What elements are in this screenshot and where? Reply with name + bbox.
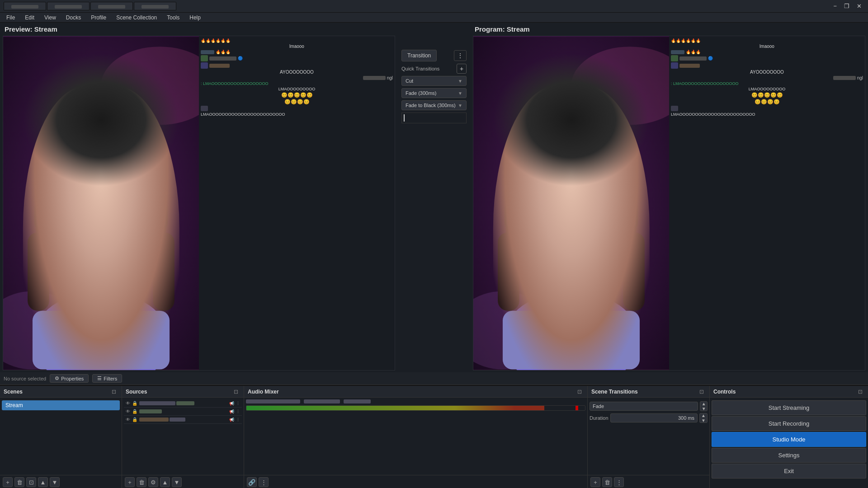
cut-arrow-icon: ▼ [458, 79, 462, 84]
fade-black-dropdown[interactable]: Fade to Black (300ms) ▼ [401, 100, 467, 110]
scenes-add-button[interactable]: + [3, 477, 13, 487]
settings-button[interactable]: Settings [712, 448, 866, 463]
audio-track-names [246, 399, 585, 404]
scenes-delete-button[interactable]: 🗑 [14, 477, 24, 487]
transition-button[interactable]: Transition [401, 50, 437, 61]
svg-point-39 [547, 223, 552, 229]
sources-delete-button[interactable]: 🗑 [137, 477, 146, 487]
restore-button[interactable]: ❐ [841, 2, 852, 11]
svg-point-10 [137, 174, 167, 262]
audio-mixer-expand-button[interactable]: ⊡ [576, 388, 584, 396]
audio-track-name-1 [246, 399, 300, 404]
cut-dropdown[interactable]: Cut ▼ [401, 76, 467, 86]
audio-link-button[interactable]: 🔗 [247, 477, 257, 487]
preview-canvas[interactable]: 🔥🔥🔥🔥🔥🔥 lmaooo 🔥🔥🔥 🔵 [3, 36, 395, 371]
sources-panel-title: Sources [126, 389, 147, 395]
chat-lmaooo: lmaooo [201, 44, 393, 49]
transition-menu-button[interactable]: ⋮ [454, 50, 467, 61]
source-visible-icon-2[interactable]: 👁 [126, 409, 130, 414]
preview-chat: 🔥🔥🔥🔥🔥🔥 lmaooo 🔥🔥🔥 🔵 [199, 36, 395, 370]
menu-scene-collection[interactable]: Scene Collection [112, 14, 161, 22]
svg-point-31 [514, 135, 628, 213]
program-chat: 🔥🔥🔥🔥🔥🔥 lmaooo 🔥🔥🔥 🔵 [669, 36, 865, 370]
audio-track-name-3 [344, 399, 371, 404]
svg-rect-23 [473, 37, 669, 369]
menu-edit[interactable]: Edit [20, 14, 39, 22]
add-transition-button[interactable]: + [457, 64, 467, 74]
trans-delete-button[interactable]: 🗑 [602, 477, 612, 487]
sources-expand-button[interactable]: ⊡ [232, 388, 240, 396]
audio-mixer-footer: 🔗 ⋮ [244, 475, 587, 488]
sources-down-button[interactable]: ▼ [172, 477, 182, 487]
scenes-settings-button[interactable]: ⊡ [26, 477, 36, 487]
scenes-panel-title: Scenes [4, 389, 23, 395]
sources-up-button[interactable]: ▲ [160, 477, 170, 487]
titlebar-left [4, 2, 176, 10]
trans-fade-select[interactable]: Fade Cut Fade to Black [590, 402, 698, 411]
chat-ayoo: AYOOOOOOOO [201, 70, 393, 75]
titlebar-tabs [4, 2, 176, 10]
scenes-down-button[interactable]: ▼ [50, 477, 60, 487]
titlebar-tab-1[interactable] [4, 2, 46, 10]
scenes-expand-button[interactable]: ⊡ [110, 388, 118, 396]
menu-profile[interactable]: Profile [86, 14, 111, 22]
exit-button[interactable]: Exit [712, 464, 866, 479]
menu-help[interactable]: Help [185, 14, 205, 22]
audio-menu-button[interactable]: ⋮ [259, 477, 269, 487]
source-visible-icon-1[interactable]: 👁 [126, 401, 130, 406]
program-cam-svg [473, 36, 669, 370]
fade-dropdown[interactable]: Fade (300ms) ▼ [401, 88, 467, 98]
cursor-icon [404, 114, 405, 122]
source-lock-icon-2[interactable]: 🔒 [132, 409, 137, 414]
menubar: File Edit View Docks Profile Scene Colle… [0, 13, 868, 23]
svg-rect-11 [28, 232, 49, 310]
trans-menu-button[interactable]: ⋮ [614, 477, 624, 487]
source-lock-icon-1[interactable]: 🔒 [132, 401, 137, 406]
duration-arrow[interactable]: ▲ ▼ [699, 413, 708, 423]
controls-expand-button[interactable]: ⊡ [856, 388, 864, 396]
properties-button[interactable]: ⚙ + Properties [50, 374, 89, 383]
svg-point-16 [76, 223, 82, 229]
start-recording-button[interactable]: Start Recording [712, 416, 866, 431]
scene-transitions-expand-button[interactable]: ⊡ [698, 388, 706, 396]
controls-panel-icons: ⊡ [856, 388, 864, 396]
filters-button[interactable]: ☰ Filters [92, 374, 122, 383]
studio-mode-button[interactable]: Studio Mode [712, 432, 866, 447]
menu-file[interactable]: File [2, 14, 19, 22]
preview-title: Preview: Stream [3, 25, 395, 33]
audio-meter-row [246, 405, 585, 411]
scene-item-stream[interactable]: Stream [2, 400, 120, 410]
trans-arrow-up-down[interactable]: ▲ ▼ [700, 401, 708, 411]
audio-mixer-title: Audio Mixer [248, 389, 279, 395]
svg-point-2 [101, 47, 199, 125]
svg-point-7 [47, 159, 155, 286]
menu-docks[interactable]: Docks [61, 14, 85, 22]
sources-add-button[interactable]: + [125, 477, 135, 487]
start-streaming-button[interactable]: Start Streaming [712, 400, 866, 415]
source-lock-icon-3[interactable]: 🔒 [132, 417, 137, 422]
svg-point-40 [586, 223, 592, 229]
scenes-up-button[interactable]: ▲ [38, 477, 48, 487]
program-chat-lmao-long2: LMAOOOOOOOOOOOOOOOOOOOOOOOO [671, 112, 863, 117]
titlebar-tab-3[interactable] [90, 2, 133, 10]
fade-arrow-icon: ▼ [458, 91, 462, 96]
program-chat-emojis3: 😊😊😊😊😊 [671, 92, 863, 98]
close-button[interactable]: ✕ [854, 2, 864, 11]
menu-view[interactable]: View [40, 14, 61, 22]
duration-input[interactable] [610, 413, 698, 422]
titlebar-tab-4[interactable] [134, 2, 176, 10]
program-chat-lmaooo: lmaooo [671, 44, 863, 49]
svg-point-13 [52, 164, 150, 213]
program-canvas[interactable]: 🔥🔥🔥🔥🔥🔥 lmaooo 🔥🔥🔥 🔵 [473, 36, 865, 371]
sources-panel-icons: ⊡ [232, 388, 240, 396]
minimize-button[interactable]: − [830, 2, 840, 11]
trans-add-button[interactable]: + [590, 477, 600, 487]
source-visible-icon-3[interactable]: 👁 [126, 417, 130, 422]
titlebar-tab-2[interactable] [47, 2, 90, 10]
menu-tools[interactable]: Tools [162, 14, 184, 22]
audio-mixer-panel: Audio Mixer ⊡ [244, 386, 588, 488]
svg-point-15 [111, 220, 130, 235]
sources-settings-button[interactable]: ⚙ [148, 477, 158, 487]
source-name-1 [139, 401, 175, 405]
program-right: Program: Stream [470, 23, 868, 372]
